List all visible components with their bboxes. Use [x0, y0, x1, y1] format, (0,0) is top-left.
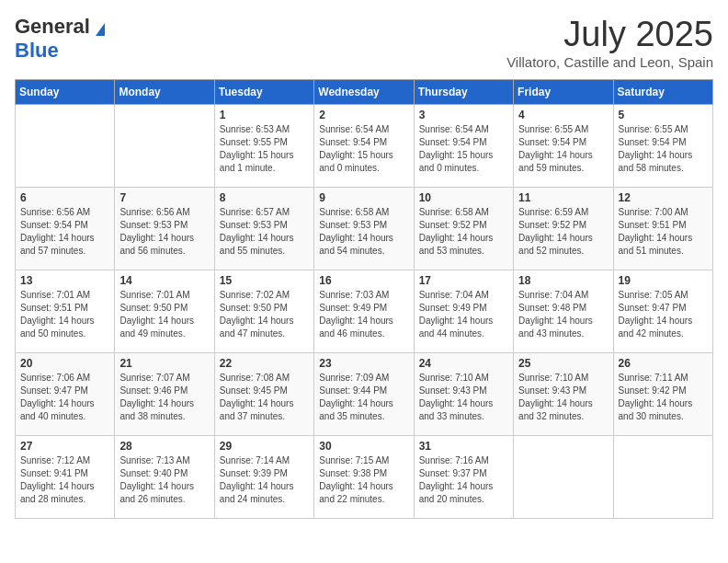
day-cell: 23Sunrise: 7:09 AM Sunset: 9:44 PM Dayli… [314, 353, 414, 436]
day-number: 12 [619, 191, 708, 204]
day-cell: 10Sunrise: 6:58 AM Sunset: 9:52 PM Dayli… [414, 188, 513, 270]
day-info: Sunrise: 6:55 AM Sunset: 9:54 PM Dayligh… [619, 123, 708, 175]
logo: General Blue [15, 15, 105, 63]
day-info: Sunrise: 7:01 AM Sunset: 9:51 PM Dayligh… [20, 289, 109, 340]
day-cell: 21Sunrise: 7:07 AM Sunset: 9:46 PM Dayli… [115, 353, 214, 436]
week-row-1: 1Sunrise: 6:53 AM Sunset: 9:55 PM Daylig… [16, 105, 713, 188]
day-number: 23 [319, 357, 408, 370]
title-area: July 2025 Villatoro, Castille and Leon, … [506, 15, 713, 70]
day-cell: 29Sunrise: 7:14 AM Sunset: 9:39 PM Dayli… [214, 436, 313, 519]
day-info: Sunrise: 7:08 AM Sunset: 9:45 PM Dayligh… [220, 372, 309, 423]
day-cell: 12Sunrise: 7:00 AM Sunset: 9:51 PM Dayli… [613, 188, 712, 270]
day-info: Sunrise: 6:59 AM Sunset: 9:52 PM Dayligh… [518, 206, 608, 258]
day-info: Sunrise: 7:12 AM Sunset: 9:41 PM Dayligh… [20, 454, 109, 506]
day-number: 20 [20, 357, 109, 370]
day-cell: 31Sunrise: 7:16 AM Sunset: 9:37 PM Dayli… [414, 436, 513, 519]
day-cell [115, 105, 214, 188]
day-info: Sunrise: 7:01 AM Sunset: 9:50 PM Dayligh… [119, 289, 209, 340]
day-cell [514, 436, 613, 519]
header: General Blue July 2025 Villatoro, Castil… [15, 15, 713, 70]
logo-general-text: General [15, 15, 90, 38]
week-row-2: 6Sunrise: 6:56 AM Sunset: 9:54 PM Daylig… [16, 188, 713, 270]
day-cell [16, 105, 115, 188]
day-info: Sunrise: 7:11 AM Sunset: 9:42 PM Dayligh… [619, 372, 708, 423]
day-info: Sunrise: 7:07 AM Sunset: 9:46 PM Dayligh… [119, 372, 209, 423]
day-header-sunday: Sunday [16, 80, 115, 105]
day-info: Sunrise: 7:04 AM Sunset: 9:49 PM Dayligh… [419, 289, 508, 340]
day-info: Sunrise: 6:56 AM Sunset: 9:53 PM Dayligh… [119, 206, 209, 258]
day-number: 22 [220, 357, 309, 370]
week-row-3: 13Sunrise: 7:01 AM Sunset: 9:51 PM Dayli… [16, 270, 713, 353]
logo-triangle-icon [96, 23, 105, 36]
day-cell: 14Sunrise: 7:01 AM Sunset: 9:50 PM Dayli… [115, 270, 214, 353]
day-number: 18 [518, 274, 608, 287]
day-cell: 24Sunrise: 7:10 AM Sunset: 9:43 PM Dayli… [414, 353, 513, 436]
day-info: Sunrise: 7:05 AM Sunset: 9:47 PM Dayligh… [619, 289, 708, 340]
day-number: 28 [119, 440, 209, 453]
day-number: 6 [20, 191, 109, 204]
location-title: Villatoro, Castille and Leon, Spain [506, 54, 713, 70]
day-info: Sunrise: 7:16 AM Sunset: 9:37 PM Dayligh… [419, 454, 508, 506]
day-info: Sunrise: 6:56 AM Sunset: 9:54 PM Dayligh… [20, 206, 109, 258]
day-cell: 17Sunrise: 7:04 AM Sunset: 9:49 PM Dayli… [414, 270, 513, 353]
day-header-monday: Monday [115, 80, 214, 105]
day-info: Sunrise: 7:09 AM Sunset: 9:44 PM Dayligh… [319, 372, 408, 423]
day-cell: 9Sunrise: 6:58 AM Sunset: 9:53 PM Daylig… [314, 188, 414, 270]
day-cell: 25Sunrise: 7:10 AM Sunset: 9:43 PM Dayli… [514, 353, 613, 436]
day-cell: 5Sunrise: 6:55 AM Sunset: 9:54 PM Daylig… [613, 105, 712, 188]
day-number: 2 [319, 109, 408, 121]
day-cell: 11Sunrise: 6:59 AM Sunset: 9:52 PM Dayli… [514, 188, 613, 270]
header-row: SundayMondayTuesdayWednesdayThursdayFrid… [16, 80, 713, 105]
day-info: Sunrise: 6:57 AM Sunset: 9:53 PM Dayligh… [220, 206, 309, 258]
day-info: Sunrise: 7:02 AM Sunset: 9:50 PM Dayligh… [220, 289, 309, 340]
day-cell: 27Sunrise: 7:12 AM Sunset: 9:41 PM Dayli… [16, 436, 115, 519]
day-header-wednesday: Wednesday [314, 80, 414, 105]
day-number: 10 [419, 191, 508, 204]
day-info: Sunrise: 7:10 AM Sunset: 9:43 PM Dayligh… [419, 372, 508, 423]
day-number: 14 [119, 274, 209, 287]
day-number: 30 [319, 440, 408, 453]
day-cell: 8Sunrise: 6:57 AM Sunset: 9:53 PM Daylig… [214, 188, 313, 270]
day-number: 24 [419, 357, 508, 370]
day-info: Sunrise: 6:55 AM Sunset: 9:54 PM Dayligh… [518, 123, 608, 175]
day-info: Sunrise: 6:58 AM Sunset: 9:53 PM Dayligh… [319, 206, 408, 258]
day-cell: 22Sunrise: 7:08 AM Sunset: 9:45 PM Dayli… [214, 353, 313, 436]
day-cell: 19Sunrise: 7:05 AM Sunset: 9:47 PM Dayli… [613, 270, 712, 353]
day-number: 17 [419, 274, 508, 287]
day-info: Sunrise: 7:00 AM Sunset: 9:51 PM Dayligh… [619, 206, 708, 258]
day-number: 13 [20, 274, 109, 287]
day-header-saturday: Saturday [613, 80, 712, 105]
day-number: 31 [419, 440, 508, 453]
day-header-tuesday: Tuesday [214, 80, 313, 105]
week-row-5: 27Sunrise: 7:12 AM Sunset: 9:41 PM Dayli… [16, 436, 713, 519]
day-number: 26 [619, 357, 708, 370]
day-info: Sunrise: 7:15 AM Sunset: 9:38 PM Dayligh… [319, 454, 408, 506]
logo-blue-text: Blue [15, 39, 59, 62]
day-header-thursday: Thursday [414, 80, 513, 105]
day-number: 21 [119, 357, 209, 370]
day-cell: 1Sunrise: 6:53 AM Sunset: 9:55 PM Daylig… [214, 105, 313, 188]
day-cell: 18Sunrise: 7:04 AM Sunset: 9:48 PM Dayli… [514, 270, 613, 353]
day-cell: 13Sunrise: 7:01 AM Sunset: 9:51 PM Dayli… [16, 270, 115, 353]
day-number: 25 [518, 357, 608, 370]
day-number: 5 [619, 109, 708, 121]
day-number: 15 [220, 274, 309, 287]
day-number: 7 [119, 191, 209, 204]
day-info: Sunrise: 6:54 AM Sunset: 9:54 PM Dayligh… [419, 123, 508, 175]
day-info: Sunrise: 7:06 AM Sunset: 9:47 PM Dayligh… [20, 372, 109, 423]
day-info: Sunrise: 6:54 AM Sunset: 9:54 PM Dayligh… [319, 123, 408, 175]
day-info: Sunrise: 7:13 AM Sunset: 9:40 PM Dayligh… [119, 454, 209, 506]
day-cell: 16Sunrise: 7:03 AM Sunset: 9:49 PM Dayli… [314, 270, 414, 353]
day-info: Sunrise: 7:10 AM Sunset: 9:43 PM Dayligh… [518, 372, 608, 423]
day-info: Sunrise: 6:53 AM Sunset: 9:55 PM Dayligh… [220, 123, 309, 175]
day-number: 8 [220, 191, 309, 204]
day-info: Sunrise: 7:03 AM Sunset: 9:49 PM Dayligh… [319, 289, 408, 340]
week-row-4: 20Sunrise: 7:06 AM Sunset: 9:47 PM Dayli… [16, 353, 713, 436]
day-cell: 28Sunrise: 7:13 AM Sunset: 9:40 PM Dayli… [115, 436, 214, 519]
day-number: 9 [319, 191, 408, 204]
day-cell: 15Sunrise: 7:02 AM Sunset: 9:50 PM Dayli… [214, 270, 313, 353]
day-cell: 6Sunrise: 6:56 AM Sunset: 9:54 PM Daylig… [16, 188, 115, 270]
day-number: 11 [518, 191, 608, 204]
day-cell: 4Sunrise: 6:55 AM Sunset: 9:54 PM Daylig… [514, 105, 613, 188]
day-number: 29 [220, 440, 309, 453]
